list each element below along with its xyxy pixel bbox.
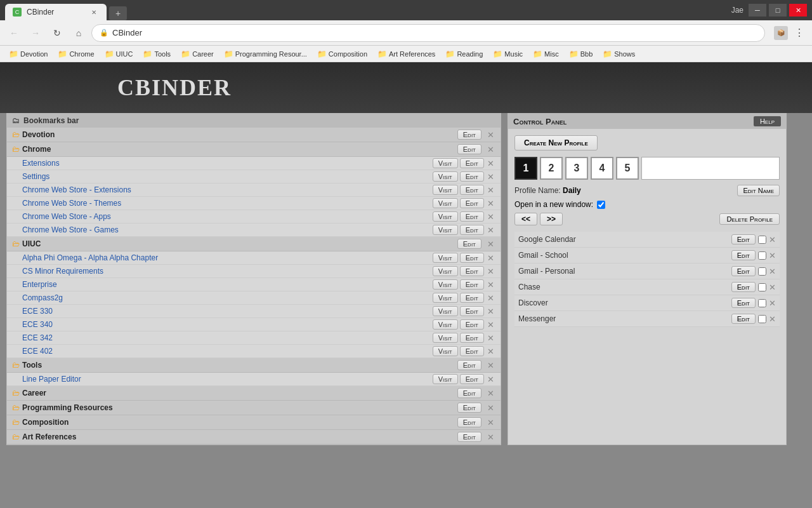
- delete-button[interactable]: ✕: [486, 375, 495, 384]
- bookmark-programming-resources[interactable]: 📁 Programming Resour...: [220, 48, 311, 60]
- help-button[interactable]: Help: [754, 116, 781, 126]
- site-delete-button[interactable]: ✕: [769, 298, 776, 308]
- folder-edit-button[interactable]: Edit: [457, 432, 481, 442]
- folder-edit-button[interactable]: Edit: [457, 144, 481, 154]
- next-button[interactable]: >>: [540, 213, 563, 225]
- delete-button[interactable]: ✕: [486, 253, 495, 263]
- bookmark-bbb[interactable]: 📁 Bbb: [565, 48, 597, 60]
- visit-button[interactable]: Visit: [433, 293, 458, 303]
- folder-delete-button[interactable]: ✕: [486, 403, 495, 413]
- edit-button[interactable]: Edit: [460, 279, 484, 290]
- delete-button[interactable]: ✕: [486, 293, 495, 303]
- prev-button[interactable]: <<: [514, 213, 537, 225]
- edit-button[interactable]: Edit: [460, 253, 484, 263]
- site-checkbox[interactable]: [758, 236, 766, 244]
- bookmark-tools[interactable]: 📁 Tools: [139, 48, 174, 60]
- create-profile-button[interactable]: Create New Profile: [514, 135, 598, 150]
- edit-button[interactable]: Edit: [460, 266, 484, 276]
- folder-delete-button[interactable]: ✕: [486, 239, 495, 249]
- edit-button[interactable]: Edit: [460, 319, 484, 330]
- folder-edit-button[interactable]: Edit: [457, 388, 481, 398]
- extension-icon-1[interactable]: 📦: [774, 26, 788, 40]
- site-checkbox[interactable]: [758, 315, 766, 323]
- edit-button[interactable]: Edit: [460, 211, 484, 222]
- delete-button[interactable]: ✕: [486, 225, 495, 235]
- bookmark-uiuc[interactable]: 📁 UIUC: [101, 48, 137, 60]
- folder-delete-button[interactable]: ✕: [486, 418, 495, 427]
- site-checkbox[interactable]: [758, 267, 766, 276]
- folder-edit-button[interactable]: Edit: [457, 130, 481, 140]
- delete-button[interactable]: ✕: [486, 199, 495, 208]
- back-button[interactable]: ←: [5, 24, 23, 42]
- site-checkbox[interactable]: [758, 283, 766, 291]
- profile-tab-1[interactable]: 1: [514, 157, 537, 180]
- site-delete-button[interactable]: ✕: [769, 267, 776, 276]
- edit-button[interactable]: Edit: [460, 333, 484, 343]
- delete-button[interactable]: ✕: [486, 172, 495, 182]
- visit-button[interactable]: Visit: [433, 171, 458, 182]
- bookmark-chrome[interactable]: 📁 Chrome: [54, 48, 98, 60]
- close-window-button[interactable]: ✕: [789, 4, 807, 17]
- forward-button[interactable]: →: [27, 24, 44, 42]
- active-tab[interactable]: C CBinder ✕: [5, 4, 107, 20]
- visit-button[interactable]: Visit: [433, 185, 458, 195]
- edit-button[interactable]: Edit: [460, 306, 484, 316]
- visit-button[interactable]: Visit: [433, 374, 458, 384]
- folder-delete-button[interactable]: ✕: [486, 389, 495, 398]
- folder-edit-button[interactable]: Edit: [457, 360, 481, 370]
- folder-edit-button[interactable]: Edit: [457, 239, 481, 249]
- edit-button[interactable]: Edit: [460, 293, 484, 303]
- site-edit-button[interactable]: Edit: [731, 266, 756, 276]
- site-delete-button[interactable]: ✕: [769, 283, 776, 292]
- delete-button[interactable]: ✕: [486, 267, 495, 276]
- delete-button[interactable]: ✕: [486, 159, 495, 168]
- visit-button[interactable]: Visit: [433, 306, 458, 316]
- site-edit-button[interactable]: Edit: [731, 314, 756, 324]
- profile-tab-2[interactable]: 2: [540, 157, 563, 180]
- delete-button[interactable]: ✕: [486, 280, 495, 290]
- folder-edit-button[interactable]: Edit: [457, 403, 481, 413]
- bookmark-music[interactable]: 📁 Music: [489, 48, 527, 60]
- edit-button[interactable]: Edit: [460, 185, 484, 195]
- delete-profile-button[interactable]: Delete Profile: [719, 213, 780, 225]
- bookmark-art-references[interactable]: 📁 Art References: [374, 48, 439, 60]
- edit-button[interactable]: Edit: [460, 158, 484, 168]
- bookmark-misc[interactable]: 📁 Misc: [529, 48, 563, 60]
- site-edit-button[interactable]: Edit: [731, 282, 756, 292]
- site-delete-button[interactable]: ✕: [769, 314, 776, 324]
- folder-delete-button[interactable]: ✕: [486, 432, 495, 442]
- edit-button[interactable]: Edit: [460, 346, 484, 356]
- delete-button[interactable]: ✕: [486, 333, 495, 343]
- bookmark-devotion[interactable]: 📁 Devotion: [5, 48, 51, 60]
- delete-button[interactable]: ✕: [486, 212, 495, 222]
- edit-button[interactable]: Edit: [460, 171, 484, 182]
- visit-button[interactable]: Visit: [433, 211, 458, 222]
- site-delete-button[interactable]: ✕: [769, 251, 776, 260]
- minimize-button[interactable]: ─: [749, 4, 766, 17]
- site-edit-button[interactable]: Edit: [731, 250, 756, 260]
- visit-button[interactable]: Visit: [433, 279, 458, 290]
- profile-tab-3[interactable]: 3: [565, 157, 588, 180]
- reload-button[interactable]: ↻: [48, 24, 66, 42]
- folder-edit-button[interactable]: Edit: [457, 417, 481, 427]
- address-bar[interactable]: 🔒 CBinder: [91, 24, 765, 42]
- delete-button[interactable]: ✕: [486, 320, 495, 330]
- home-button[interactable]: ⌂: [70, 24, 88, 42]
- folder-delete-button[interactable]: ✕: [486, 145, 495, 154]
- new-tab-button[interactable]: +: [109, 6, 127, 20]
- bookmark-reading[interactable]: 📁 Reading: [442, 48, 487, 60]
- profile-tab-4[interactable]: 4: [591, 157, 613, 180]
- site-checkbox[interactable]: [758, 299, 766, 307]
- visit-button[interactable]: Visit: [433, 319, 458, 330]
- bookmark-composition[interactable]: 📁 Composition: [313, 48, 371, 60]
- edit-name-button[interactable]: Edit Name: [737, 185, 780, 196]
- open-new-window-checkbox[interactable]: [597, 201, 605, 209]
- visit-button[interactable]: Visit: [433, 253, 458, 263]
- chrome-menu-button[interactable]: ⋮: [792, 24, 807, 41]
- visit-button[interactable]: Visit: [433, 346, 458, 356]
- folder-delete-button[interactable]: ✕: [486, 361, 495, 370]
- profile-tab-5[interactable]: 5: [616, 157, 639, 180]
- visit-button[interactable]: Visit: [433, 266, 458, 276]
- maximize-button[interactable]: □: [769, 4, 787, 17]
- site-edit-button[interactable]: Edit: [731, 298, 756, 308]
